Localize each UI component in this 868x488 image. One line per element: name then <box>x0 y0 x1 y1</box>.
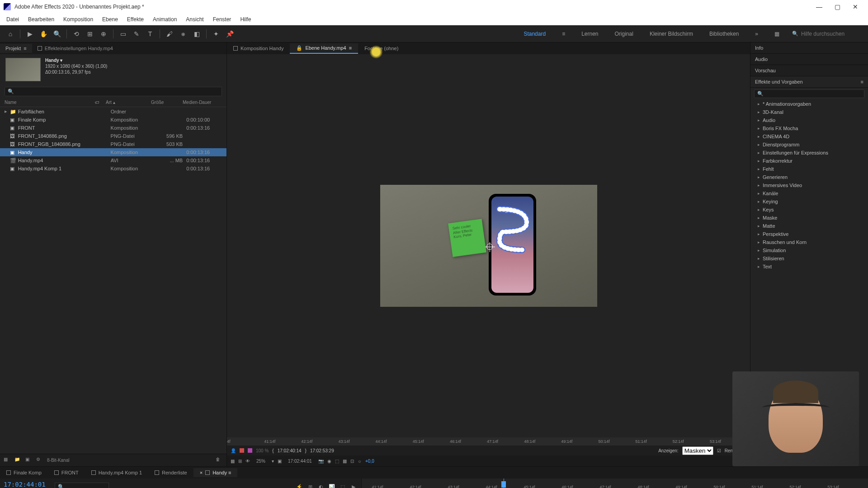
effect-category[interactable]: ▸Immersives Video <box>750 181 868 189</box>
settings-icon[interactable]: ⚙ <box>36 457 43 464</box>
motionblur-icon[interactable]: ◐ <box>317 483 325 488</box>
project-row[interactable]: ▣FRONTKomposition0:00:13:16 <box>0 124 226 132</box>
menu-bearbeiten[interactable]: Bearbeiten <box>24 14 59 24</box>
ws-overflow-icon[interactable]: » <box>751 29 762 39</box>
project-row[interactable]: 🖼FRONT_RGB_1840886.pngPNG-Datei503 KB <box>0 140 226 148</box>
project-tab[interactable]: Projekt ≡ <box>0 44 32 53</box>
timeline-tab[interactable]: × Handy ≡ <box>193 468 238 477</box>
frameblend-icon[interactable]: ⊞ <box>306 483 314 488</box>
grid-icon[interactable]: ⊞ <box>238 459 242 464</box>
alpha-icon[interactable]: ⬚ <box>335 459 339 464</box>
project-search[interactable]: 🔍 <box>5 87 222 96</box>
info-panel-tab[interactable]: Info <box>750 42 868 54</box>
timeline-search[interactable]: 🔍 <box>55 483 109 488</box>
ws-kleiner[interactable]: Kleiner Bildschirm <box>646 29 697 39</box>
ws-bibliotheken[interactable]: Bibliotheken <box>706 29 742 39</box>
mask-icon[interactable]: 👁 <box>245 459 250 464</box>
effect-category[interactable]: ▸Simulation <box>750 246 868 254</box>
viewer-time-ruler[interactable]: 4f41:14f42:14f43:14f44:14f45:14f46:14f47… <box>227 437 750 446</box>
ws-lernen[interactable]: Lernen <box>578 29 602 39</box>
ws-original[interactable]: Original <box>611 29 637 39</box>
selection-tool-icon[interactable]: ▶ <box>24 28 36 40</box>
effect-category[interactable]: ▸Maske <box>750 214 868 222</box>
project-row[interactable]: ▸📁FarbflächenOrdner <box>0 107 226 116</box>
layer-viewer-tab[interactable]: 🔒Ebene Handy.mp4≡ <box>290 43 358 54</box>
hand-tool-icon[interactable]: ✋ <box>38 28 49 40</box>
menu-ansicht[interactable]: Ansicht <box>181 14 208 24</box>
project-row[interactable]: ▣Handy.mp4 Komp 1Komposition0:00:13:16 <box>0 164 226 173</box>
rotation-tool-icon[interactable]: ⟲ <box>71 28 82 40</box>
menu-datei[interactable]: Datei <box>2 14 24 24</box>
project-row[interactable]: 🖼FRONT_1840886.pngPNG-Datei596 KB <box>0 132 226 140</box>
effect-category[interactable]: ▸Generieren <box>750 173 868 181</box>
timeline-tab[interactable]: Renderliste <box>148 468 193 477</box>
effect-category[interactable]: ▸Audio <box>750 116 868 124</box>
help-search[interactable]: 🔍 <box>792 31 864 37</box>
audio-panel-tab[interactable]: Audio <box>750 54 868 65</box>
roto-tool-icon[interactable]: ✦ <box>210 28 222 40</box>
effect-category[interactable]: ▸CINEMA 4D <box>750 132 868 141</box>
graph-icon[interactable]: 📊 <box>328 483 336 488</box>
project-row[interactable]: ▣Finale KompKomposition0:00:10:00 <box>0 116 226 124</box>
effect-category[interactable]: ▸Kanäle <box>750 189 868 197</box>
channel-icon[interactable]: ◉ <box>327 459 331 464</box>
effect-category[interactable]: ▸Text <box>750 263 868 271</box>
res-icon[interactable]: ▣ <box>278 459 282 464</box>
home-icon[interactable]: ⌂ <box>5 28 16 40</box>
effect-category[interactable]: ▸Fehlt <box>750 165 868 173</box>
effect-category[interactable]: ▸Matte <box>750 222 868 230</box>
folder-icon[interactable]: 📁 <box>14 457 22 464</box>
comp-viewer-tab[interactable]: Komposition Handy <box>227 44 290 53</box>
snapshot-icon[interactable]: 📷 <box>318 459 324 464</box>
timeline-time[interactable]: 17:02:44:01 <box>4 481 46 488</box>
timeline-tab[interactable]: Finale Komp <box>0 468 48 477</box>
effect-controls-tab[interactable]: Effekteinstellungen Handy.mp4 <box>32 44 118 53</box>
comp-icon[interactable]: ▣ <box>25 457 33 464</box>
effect-category[interactable]: ▸Perspektive <box>750 230 868 238</box>
menu-komposition[interactable]: Komposition <box>59 14 98 24</box>
timeline-tab[interactable]: Handy.mp4 Komp 1 <box>85 468 148 477</box>
effect-category[interactable]: ▸Keys <box>750 206 868 214</box>
viewer-time[interactable]: 17:02:44:01 <box>285 458 315 465</box>
show-select[interactable]: Masken <box>682 446 713 455</box>
rect-tool-icon[interactable]: ▭ <box>117 28 129 40</box>
transparency-icon[interactable]: ⊡ <box>350 459 354 464</box>
preview-panel-tab[interactable]: Vorschau <box>750 65 868 76</box>
ws-layout-icon[interactable]: ▦ <box>771 29 783 39</box>
menu-fenster[interactable]: Fenster <box>208 14 236 24</box>
viewer-content[interactable]: Sehr cooler After Effects Kurs, Peter 17… <box>227 54 750 437</box>
menu-ebene[interactable]: Ebene <box>98 14 123 24</box>
interpret-icon[interactable]: ▦ <box>4 457 11 464</box>
menu-effekte[interactable]: Effekte <box>123 14 148 24</box>
menu-hilfe[interactable]: Hilfe <box>236 14 255 24</box>
effect-category[interactable]: ▸Farbkorrektur <box>750 157 868 165</box>
effect-category[interactable]: ▸Boris FX Mocha <box>750 124 868 132</box>
project-row[interactable]: 🎬Handy.mp4AVI... MB0:00:13:16 <box>0 156 226 164</box>
draft3d-icon[interactable]: ⬚ <box>339 483 347 488</box>
render-icon[interactable]: ▶ <box>349 483 358 488</box>
effect-category[interactable]: ▸Dienstprogramm <box>750 141 868 149</box>
pen-tool-icon[interactable]: ✎ <box>131 28 142 40</box>
ws-options-icon[interactable]: ≡ <box>558 29 569 39</box>
shy-icon[interactable]: ⚡ <box>295 483 303 488</box>
timeline-tab[interactable]: FRONT <box>48 468 85 477</box>
puppet-tool-icon[interactable]: 📌 <box>224 28 236 40</box>
exposure-icon[interactable]: ☼ <box>358 459 362 464</box>
close-button[interactable]: ✕ <box>846 0 864 14</box>
ws-standard[interactable]: Standard <box>520 29 549 39</box>
region-icon[interactable]: ▦ <box>343 459 347 464</box>
mag-icon[interactable]: ▦ <box>231 459 235 464</box>
timeline-playhead[interactable] <box>504 479 504 488</box>
effect-category[interactable]: ▸3D-Kanal <box>750 108 868 116</box>
person-icon[interactable]: 👤 <box>231 448 236 453</box>
effects-search[interactable]: 🔍 <box>754 89 864 98</box>
trash-icon[interactable]: 🗑 <box>216 457 223 464</box>
effect-category[interactable]: ▸Rauschen und Korn <box>750 238 868 246</box>
zoom-tool-icon[interactable]: 🔍 <box>51 28 63 40</box>
zoom-level[interactable]: 25% <box>254 458 268 465</box>
anchor-tool-icon[interactable]: ⊕ <box>98 28 109 40</box>
brush-tool-icon[interactable]: 🖌 <box>164 28 175 40</box>
clone-tool-icon[interactable]: ⎈ <box>177 28 189 40</box>
anchor-point-icon[interactable] <box>486 244 493 250</box>
project-row[interactable]: ▣HandyKomposition0:00:13:16 <box>0 148 226 156</box>
